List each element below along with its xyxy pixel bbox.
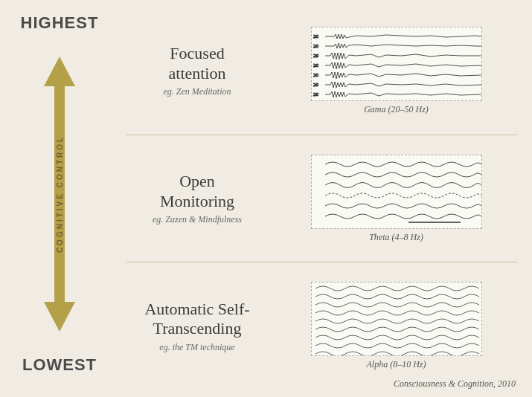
lowest-label: LOWEST	[22, 355, 97, 375]
citation: Consciousness & Cognition, 2010	[394, 378, 516, 390]
row-auto-subtitle: eg. the TM technique	[126, 342, 268, 353]
theta-wave-svg	[312, 155, 482, 229]
svg-text:20: 20	[313, 43, 319, 49]
svg-marker-1	[44, 57, 75, 86]
svg-text:20: 20	[313, 62, 319, 68]
row-auto: Automatic Self-Transcending eg. the TM t…	[126, 262, 517, 390]
highest-label: HIGHEST	[21, 13, 99, 33]
cognitive-control-label: COGNITIVE CONTROL	[56, 135, 64, 253]
row-focused-text: Focusedattention eg. Zen Meditation	[126, 44, 275, 97]
row-open-subtitle: eg. Zazen & Mindfulness	[126, 214, 268, 225]
alpha-wave-label: Alpha (8–10 Hz)	[367, 359, 426, 370]
row-open-text: OpenMonitoring eg. Zazen & Mindfulness	[126, 172, 275, 225]
wave-section-theta: Theta (4–8 Hz)	[275, 155, 517, 243]
wave-canvas-alpha	[311, 282, 482, 356]
svg-text:20: 20	[313, 72, 319, 78]
row-focused-title: Focusedattention	[126, 44, 268, 83]
main-container: HIGHEST COGNITIVE CONTROL LOWEST Focused…	[0, 0, 532, 397]
row-open: OpenMonitoring eg. Zazen & Mindfulness	[126, 135, 517, 263]
wave-canvas-gamma: 20 20 29 20 20 20 20	[311, 27, 482, 101]
alpha-wave-svg	[312, 283, 482, 356]
gamma-wave-svg: 20 20 29 20 20 20 20	[312, 28, 482, 101]
wave-canvas-theta	[311, 155, 482, 229]
wave-section-alpha: Alpha (8–10 Hz)	[275, 282, 517, 370]
left-panel: HIGHEST COGNITIVE CONTROL LOWEST	[0, 0, 119, 397]
row-auto-title: Automatic Self-Transcending	[126, 300, 268, 339]
svg-marker-2	[44, 302, 75, 332]
gamma-wave-label: Gama (20–50 Hz)	[364, 104, 429, 115]
wave-section-gamma: 20 20 29 20 20 20 20	[275, 27, 517, 115]
row-auto-text: Automatic Self-Transcending eg. the TM t…	[126, 300, 275, 353]
row-open-title: OpenMonitoring	[126, 172, 268, 211]
svg-text:20: 20	[313, 91, 319, 97]
svg-text:20: 20	[313, 33, 319, 39]
row-focused: Focusedattention eg. Zen Meditation 20 2…	[126, 7, 517, 135]
arrow-container: COGNITIVE CONTROL	[39, 33, 80, 355]
row-focused-subtitle: eg. Zen Meditation	[126, 86, 268, 97]
svg-text:20: 20	[313, 82, 319, 88]
right-panel: Focusedattention eg. Zen Meditation 20 2…	[119, 0, 532, 397]
theta-wave-label: Theta (4–8 Hz)	[369, 232, 423, 243]
svg-text:29: 29	[313, 53, 319, 59]
